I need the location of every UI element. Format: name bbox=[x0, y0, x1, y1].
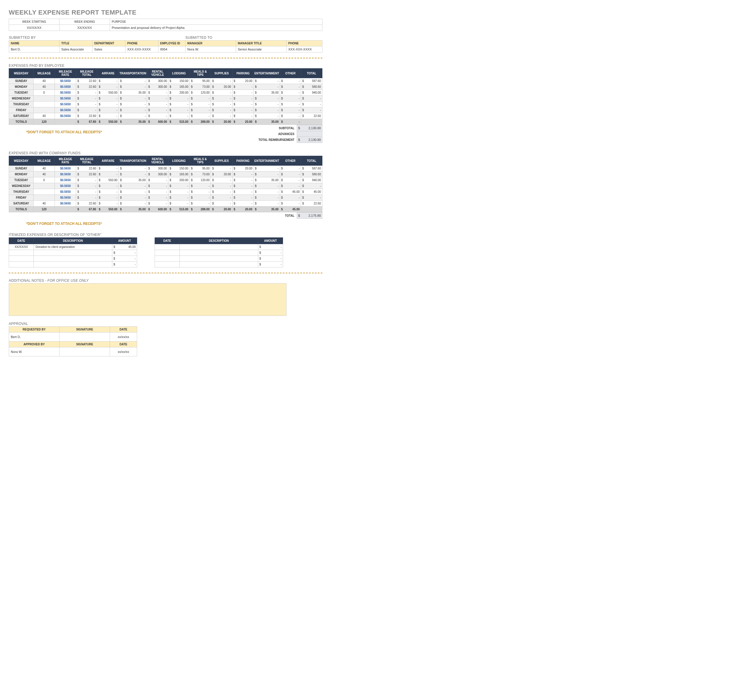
sup-cell[interactable]: - bbox=[211, 78, 232, 84]
ent-cell[interactable]: - bbox=[253, 101, 280, 107]
sup-cell[interactable]: 20.00 bbox=[211, 171, 232, 177]
lodg-cell[interactable]: 200.00 bbox=[168, 177, 190, 183]
itm-amt[interactable]: - bbox=[258, 244, 283, 250]
ent-cell[interactable]: - bbox=[253, 183, 280, 189]
tr-cell[interactable]: - bbox=[119, 84, 147, 90]
ent-cell[interactable]: 35.00 bbox=[253, 177, 280, 183]
itm-date[interactable] bbox=[155, 250, 180, 256]
tr-cell[interactable]: - bbox=[119, 201, 147, 207]
rv-cell[interactable]: - bbox=[147, 195, 168, 201]
itm-desc[interactable] bbox=[180, 244, 258, 250]
ent-cell[interactable]: - bbox=[253, 171, 280, 177]
lodg-cell[interactable]: - bbox=[168, 195, 190, 201]
park-cell[interactable]: - bbox=[232, 84, 253, 90]
air-cell[interactable]: - bbox=[97, 189, 119, 195]
lodg-cell[interactable]: - bbox=[168, 107, 190, 113]
oth-cell[interactable]: - bbox=[280, 107, 301, 113]
air-cell[interactable]: - bbox=[97, 96, 119, 101]
rv-cell[interactable]: 300.00 bbox=[147, 78, 168, 84]
mileage-cell[interactable] bbox=[34, 189, 55, 195]
park-cell[interactable]: - bbox=[232, 201, 253, 207]
ent-cell[interactable]: - bbox=[253, 113, 280, 119]
tr-cell[interactable]: - bbox=[119, 113, 147, 119]
tr-cell[interactable]: - bbox=[119, 101, 147, 107]
lodg-cell[interactable]: - bbox=[168, 189, 190, 195]
air-cell[interactable]: - bbox=[97, 201, 119, 207]
lodg-cell[interactable]: 200.00 bbox=[168, 90, 190, 96]
oth-cell[interactable]: - bbox=[280, 171, 301, 177]
itm-amt[interactable]: - bbox=[112, 256, 137, 262]
itm-desc[interactable] bbox=[34, 250, 112, 256]
val-signature-2[interactable] bbox=[60, 347, 110, 357]
mileage-cell[interactable] bbox=[34, 183, 55, 189]
tr-cell[interactable]: - bbox=[119, 166, 147, 171]
lodg-cell[interactable]: - bbox=[168, 96, 190, 101]
oth-cell[interactable]: - bbox=[280, 90, 301, 96]
oth-cell[interactable]: - bbox=[280, 177, 301, 183]
sup-cell[interactable]: - bbox=[211, 195, 232, 201]
val-department[interactable]: Sales bbox=[92, 46, 125, 52]
air-cell[interactable]: - bbox=[97, 113, 119, 119]
mileage-cell[interactable]: 40 bbox=[34, 171, 55, 177]
itm-amt[interactable]: - bbox=[258, 262, 283, 268]
sup-cell[interactable]: - bbox=[211, 90, 232, 96]
tr-cell[interactable]: 35.00 bbox=[119, 90, 147, 96]
oth-cell[interactable]: - bbox=[280, 84, 301, 90]
meals-cell[interactable]: 120.00 bbox=[190, 177, 211, 183]
rv-cell[interactable]: 300.00 bbox=[147, 171, 168, 177]
mileage-cell[interactable]: 40 bbox=[34, 78, 55, 84]
val-phone[interactable]: XXX-XXX-XXXX bbox=[125, 46, 158, 52]
mileage-cell[interactable] bbox=[34, 96, 55, 101]
ent-cell[interactable]: - bbox=[253, 84, 280, 90]
notes-box[interactable] bbox=[9, 283, 287, 316]
mileage-cell[interactable] bbox=[34, 195, 55, 201]
air-cell[interactable]: - bbox=[97, 101, 119, 107]
lodg-cell[interactable]: 165.00 bbox=[168, 171, 190, 177]
sup-cell[interactable]: - bbox=[211, 101, 232, 107]
val-signature-1[interactable] bbox=[60, 333, 110, 342]
oth-cell[interactable]: - bbox=[280, 166, 301, 171]
val-week-ending[interactable]: XX/XX/XX bbox=[60, 25, 110, 31]
sup-cell[interactable]: - bbox=[211, 107, 232, 113]
meals-cell[interactable]: 73.00 bbox=[190, 84, 211, 90]
val-manager-title[interactable]: Senior Associate bbox=[236, 46, 287, 52]
sup-cell[interactable]: - bbox=[211, 96, 232, 101]
air-cell[interactable]: - bbox=[97, 171, 119, 177]
meals-cell[interactable]: - bbox=[190, 101, 211, 107]
val-date-2[interactable]: xx/xx/xx bbox=[110, 347, 137, 357]
mileage-cell[interactable] bbox=[34, 101, 55, 107]
air-cell[interactable]: - bbox=[97, 78, 119, 84]
park-cell[interactable]: - bbox=[232, 113, 253, 119]
meals-cell[interactable]: - bbox=[190, 113, 211, 119]
sup-cell[interactable]: - bbox=[211, 177, 232, 183]
itm-date[interactable] bbox=[155, 244, 180, 250]
sup-cell[interactable]: - bbox=[211, 189, 232, 195]
mileage-cell[interactable]: 40 bbox=[34, 166, 55, 171]
ent-cell[interactable]: 35.00 bbox=[253, 90, 280, 96]
tr-cell[interactable]: - bbox=[119, 183, 147, 189]
meals-cell[interactable]: - bbox=[190, 96, 211, 101]
oth-cell[interactable]: - bbox=[280, 113, 301, 119]
air-cell[interactable]: - bbox=[97, 183, 119, 189]
oth-cell[interactable]: - bbox=[280, 96, 301, 101]
oth-cell[interactable]: - bbox=[280, 201, 301, 207]
sup-cell[interactable]: - bbox=[211, 183, 232, 189]
mileage-cell[interactable]: 40 bbox=[34, 113, 55, 119]
meals-cell[interactable]: - bbox=[190, 201, 211, 207]
air-cell[interactable]: - bbox=[97, 166, 119, 171]
oth-cell[interactable]: - bbox=[280, 195, 301, 201]
tr-cell[interactable]: - bbox=[119, 195, 147, 201]
mileage-cell[interactable] bbox=[34, 107, 55, 113]
meals-cell[interactable]: - bbox=[190, 183, 211, 189]
lodg-cell[interactable]: - bbox=[168, 201, 190, 207]
park-cell[interactable]: - bbox=[232, 189, 253, 195]
val-manager[interactable]: Nora W. bbox=[186, 46, 236, 52]
rv-cell[interactable]: - bbox=[147, 177, 168, 183]
itm-amt[interactable]: - bbox=[258, 250, 283, 256]
mileage-cell[interactable]: 40 bbox=[34, 201, 55, 207]
ent-cell[interactable]: - bbox=[253, 166, 280, 171]
sup-cell[interactable]: 20.00 bbox=[211, 84, 232, 90]
rv-cell[interactable]: - bbox=[147, 107, 168, 113]
ent-cell[interactable]: - bbox=[253, 78, 280, 84]
park-cell[interactable]: - bbox=[232, 171, 253, 177]
